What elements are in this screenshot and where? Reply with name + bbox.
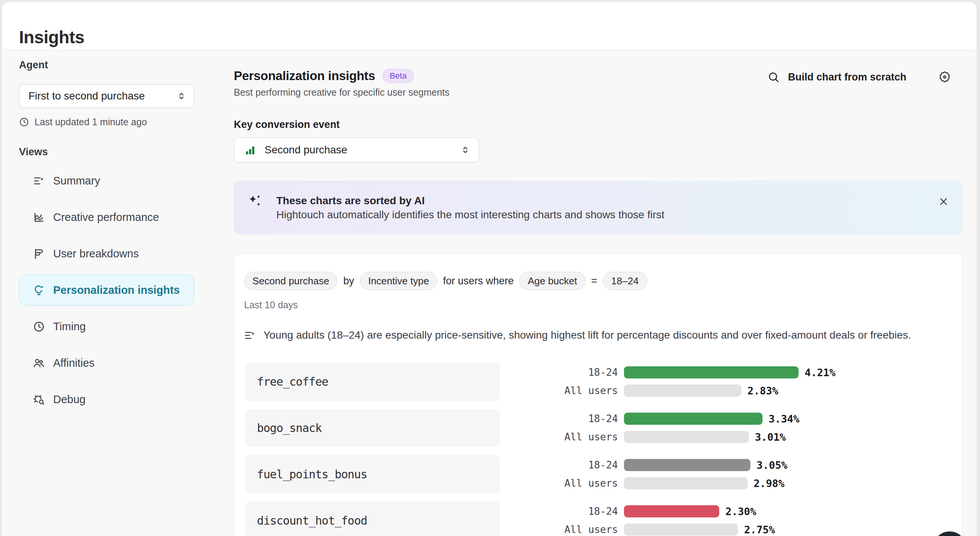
insight-text: Young adults (18–24) are especially pric… [263,328,911,342]
sidebar-item-debug[interactable]: Debug [19,384,194,415]
bar-value: 2.75% [744,524,775,536]
ai-insight-row: Young adults (18–24) are especially pric… [244,328,950,342]
chevron-up-down-icon [460,145,470,155]
line-chart-icon [33,212,45,223]
series-tick-label: All users [554,477,618,489]
search-icon[interactable] [767,71,780,83]
main-title-row: Personalization insights Beta [234,69,414,83]
category-label-card: discount_hot_food [245,501,500,536]
banner-subtitle: Hightouch automatically identifies the m… [276,208,665,221]
bar-group: 18-24 4.21% All users 2.83% [554,363,948,400]
bar-value: 2.98% [754,477,784,489]
chevron-up-down-icon [177,91,186,101]
key-conversion-select[interactable]: Second purchase [234,137,479,162]
sidebar: Agent First to second purchase Last upda… [19,59,194,415]
series-tick-label: All users [554,431,618,443]
baseline-bar-row: All users 2.83% [554,382,948,400]
close-icon[interactable] [938,196,949,207]
segment-bar-row: 18-24 2.30% [554,502,948,520]
breakdown-flag-icon [33,248,45,260]
sidebar-item-creative-performance[interactable]: Creative performance [19,202,194,233]
users-icon [33,357,45,369]
agent-select[interactable]: First to second purchase [19,84,194,108]
baseline-bar [624,431,749,443]
timeframe-label: Last 10 days [244,299,298,310]
baseline-bar [624,385,741,397]
sidebar-item-label: Timing [53,320,86,333]
chart-row: free_coffee 18-24 4.21% All users 2.83% [245,363,951,401]
series-tick-label: 18-24 [554,413,618,425]
dimension-chip[interactable]: Incentive type [360,272,437,290]
query-join-text: for users where [443,275,514,287]
views-section-label: Views [19,146,194,157]
query-equals-text: = [591,275,597,287]
baseline-bar-row: All users 3.01% [554,428,948,446]
views-nav: Summary Creative performance User breakd… [19,165,194,415]
bar-group: 18-24 3.34% All users 3.01% [554,410,948,446]
filter-field-chip[interactable]: Age bucket [519,272,585,290]
chart-card: Second purchase by Incentive type for us… [234,254,963,536]
segment-bar [624,505,719,517]
series-tick-label: All users [554,385,618,396]
segment-bar-row: 18-24 4.21% [554,363,948,382]
ai-sort-banner: These charts are sorted by AI Hightouch … [234,181,963,235]
segment-bar [624,366,799,379]
sparkles-icon [247,194,262,209]
sidebar-item-timing[interactable]: Timing [19,311,194,342]
gear-icon[interactable] [938,71,951,84]
agent-section-label: Agent [19,59,194,71]
beta-badge: Beta [383,69,413,83]
section-subtitle: Best performing creative for specific us… [234,87,449,98]
sidebar-item-label: Summary [53,175,100,187]
sidebar-item-label: Debug [53,393,85,406]
clock-icon [33,321,45,332]
bar-value: 3.05% [756,459,787,471]
build-chart-button[interactable]: Build chart from scratch [788,72,906,83]
clock-icon [19,117,29,127]
baseline-bar-row: All users 2.98% [554,474,948,492]
main-content: Personalization insights Beta Build char… [234,0,963,536]
key-conversion-value: Second purchase [264,144,451,156]
baseline-bar-row: All users 2.75% [554,520,948,536]
segment-bar-row: 18-24 3.34% [554,410,948,428]
category-label-card: free_coffee [245,363,500,401]
category-label-card: bogo_snack [245,409,500,447]
metric-chip[interactable]: Second purchase [244,272,337,290]
lightbulb-sparkle-icon [33,284,45,296]
sidebar-item-user-breakdowns[interactable]: User breakdowns [19,238,194,269]
green-bars-icon [245,145,255,155]
series-tick-label: 18-24 [554,506,618,517]
sidebar-item-personalization-insights[interactable]: Personalization insights [19,274,194,305]
sidebar-item-label: Personalization insights [53,284,180,296]
category-label: free_coffee [257,375,328,388]
segment-bar [624,413,762,425]
last-updated-row: Last updated 1 minute ago [19,116,194,127]
bar-value: 3.01% [755,431,786,443]
category-label: fuel_points_bonus [257,468,367,481]
sidebar-item-label: Creative performance [53,211,159,224]
chart-rows: free_coffee 18-24 4.21% All users 2.83% [245,363,951,536]
baseline-bar [624,477,748,489]
chart-row: discount_hot_food 18-24 2.30% All users … [245,501,951,536]
sidebar-item-label: User breakdowns [53,248,139,260]
sidebar-item-affinities[interactable]: Affinities [19,347,194,379]
bar-group: 18-24 3.05% All users 2.98% [554,456,948,492]
bar-group: 18-24 2.30% All users 2.75% [554,502,948,536]
last-updated-text: Last updated 1 minute ago [35,116,147,127]
sidebar-item-label: Affinities [53,357,94,369]
series-tick-label: All users [554,524,618,535]
category-label-card: fuel_points_bonus [245,455,500,493]
agent-select-value: First to second purchase [29,90,177,102]
series-tick-label: 18-24 [554,367,618,378]
list-sparkle-icon [33,175,45,187]
filter-value-chip[interactable]: 18–24 [603,272,647,290]
chart-row: bogo_snack 18-24 3.34% All users 3.01% [245,409,951,447]
section-title: Personalization insights [234,69,375,83]
banner-title: These charts are sorted by AI [276,194,425,207]
segment-bar [624,459,750,471]
bar-value: 4.21% [805,367,835,379]
list-sparkle-icon [244,329,256,341]
query-builder-row: Second purchase by Incentive type for us… [244,272,647,290]
category-label: bogo_snack [257,421,322,435]
sidebar-item-summary[interactable]: Summary [19,165,194,196]
